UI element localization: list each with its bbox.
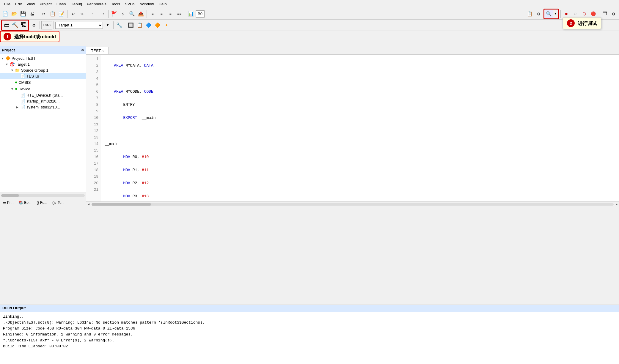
btn-t2-7[interactable]: 🔷 (144, 21, 153, 29)
code-editor[interactable]: 1 2 3 4 5 6 7 8 9 10 11 12 13 14 15 16 1… (86, 55, 619, 201)
tree-startup[interactable]: 📄 startup_stm32f10... (0, 98, 86, 104)
badge-1: 1 (4, 33, 11, 40)
tab-templates-label: Te... (58, 201, 65, 205)
folder-icon: 📁 (15, 68, 20, 73)
line-13: 13 (86, 134, 101, 141)
btn-nav-back[interactable]: ← (89, 10, 98, 18)
menu-svcs[interactable]: SVCS (122, 1, 138, 7)
btn-t2-9[interactable]: 🔸 (162, 21, 171, 29)
btn-chart[interactable]: 📊 (187, 10, 195, 18)
kw-mov-8: MOV (123, 155, 130, 159)
btn-save[interactable]: 💾 (19, 10, 27, 18)
btn-t2-4[interactable]: 🔧 (115, 21, 123, 29)
btn-debug-stop[interactable]: ● (562, 10, 571, 18)
b0-field[interactable]: B0 (196, 10, 205, 18)
btn-right2[interactable]: ⚙ (535, 10, 543, 18)
btn-t2-5[interactable]: 🔲 (127, 21, 135, 29)
system-file-icon: 📄 (20, 105, 25, 109)
panel-close-icon[interactable]: ✕ (81, 48, 84, 52)
btn-cut[interactable]: ✂ (40, 10, 48, 18)
tab-project[interactable]: 🗃 Pr... (0, 198, 16, 207)
scroll-left-btn[interactable]: ◄ (86, 203, 91, 206)
tab-tests[interactable]: TEST.s (86, 47, 109, 54)
btn-layout[interactable]: 🗔 (601, 10, 609, 18)
menu-project[interactable]: Project (37, 1, 54, 7)
btn-flash[interactable]: ⚡ (119, 10, 127, 18)
tree-source-group1[interactable]: ▼ 📁 Source Group 1 (0, 67, 86, 73)
btn-debug-run[interactable]: ○ (571, 10, 579, 18)
tree-cmsis[interactable]: ♦ CMSIS (0, 79, 86, 86)
menu-edit[interactable]: Edit (13, 1, 24, 7)
btn-batch-build[interactable]: ⚙ (30, 21, 38, 29)
btn-settings-gear[interactable]: ⚙ (609, 10, 618, 18)
tab-functions-icon: {} (37, 201, 39, 205)
menu-peripherals[interactable]: Peripherals (84, 1, 109, 7)
btn-search-debug[interactable]: 🔍 (545, 10, 553, 18)
btn-nav-fwd[interactable]: → (98, 10, 107, 18)
btn-debug-pause[interactable]: ⬡ (580, 10, 588, 18)
separator2 (67, 10, 67, 18)
btn-align2[interactable]: ≡ (157, 10, 166, 18)
menu-tools[interactable]: Tools (109, 1, 122, 7)
val-10: #10 (142, 155, 149, 159)
tab-books[interactable]: 📚 Bo... (16, 198, 34, 207)
project-tree: ▼ 🔶 Project: TEST ▼ 🎯 Target 1 ▼ 📁 Sourc… (0, 54, 86, 193)
code-line-11: MOV R3, #13 (105, 193, 615, 200)
editor-scrollbar-x[interactable]: ◄ ► (86, 201, 619, 207)
menu-window[interactable]: Window (138, 1, 156, 7)
btn-find[interactable]: 🔍 (128, 10, 136, 18)
btn-load[interactable]: LOAD (41, 21, 52, 29)
build-line-1: linking... (3, 314, 616, 320)
menu-debug[interactable]: Debug (68, 1, 84, 7)
btn-right1[interactable]: 📋 (526, 10, 534, 18)
code-content[interactable]: AREA MYDATA, DATA AREA MYCODE, CODE ENTR… (101, 55, 619, 201)
tree-test-s-label: TEST.s (26, 74, 39, 78)
btn-bookmark[interactable]: 🚩 (110, 10, 118, 18)
tree-system-label: system_stm32f10... (26, 105, 60, 109)
btn-align3[interactable]: ≡ (166, 10, 175, 18)
btn-copy[interactable]: 📋 (48, 10, 57, 18)
btn-t2-8[interactable]: 🔶 (153, 21, 162, 29)
code-line-4: ENTRY (105, 102, 615, 108)
menu-file[interactable]: File (2, 1, 13, 7)
tab-templates[interactable]: ()↓ Te... (50, 198, 67, 207)
tree-project-root[interactable]: ▼ 🔶 Project: TEST (0, 55, 86, 61)
code-line-1: AREA MYDATA, DATA (105, 62, 615, 69)
line-4: 4 (86, 75, 101, 82)
btn-rebuild[interactable]: 🏗 (19, 21, 28, 29)
btn-debug-record[interactable]: 🔴 (589, 10, 597, 18)
btn-search-dropdown[interactable]: ▼ (553, 10, 558, 18)
menu-flash[interactable]: Flash (54, 1, 68, 7)
btn-replace[interactable]: 📤 (137, 10, 145, 18)
tree-device[interactable]: ▼ ♦ Device (0, 86, 86, 92)
tree-target1[interactable]: ▼ 🎯 Target 1 (0, 61, 86, 67)
project-scrollbar-x[interactable] (0, 193, 86, 198)
menu-view[interactable]: View (24, 1, 37, 7)
tree-test-s[interactable]: 📄 TEST.s (0, 73, 86, 79)
tree-rte-device[interactable]: 📄 RTE_Device.h (Sta... (0, 92, 86, 98)
target-selector[interactable]: Target 1 (55, 22, 103, 29)
tab-functions[interactable]: {} Fu... (34, 198, 50, 207)
kw-area-2: AREA (114, 89, 123, 94)
btn-open[interactable]: 📂 (10, 10, 18, 18)
expand-target1: ▼ (5, 63, 9, 66)
btn-undo[interactable]: ↩ (69, 10, 77, 18)
btn-project-window[interactable]: 🗃 (3, 21, 11, 29)
tree-system[interactable]: ▶ 📄 system_stm32f10... (0, 104, 86, 110)
line-6: 6 (86, 89, 101, 95)
toolbar-row2: 🗃 🔨 🏗 ⚙ LOAD Target 1 ▼ 🔧 🔲 📋 🔷 🔶 🔸 1 选择… (0, 20, 619, 31)
btn-save-all[interactable]: 🖨 (28, 10, 36, 18)
menu-help[interactable]: Help (156, 1, 169, 7)
scroll-thumb (92, 203, 151, 206)
btn-build[interactable]: 🔨 (11, 21, 19, 29)
btn-paste[interactable]: 📝 (57, 10, 66, 18)
btn-t2-6[interactable]: 📋 (136, 21, 144, 29)
btn-new-file[interactable]: 📄 (1, 10, 10, 18)
btn-align1[interactable]: ≡ (148, 10, 157, 18)
scroll-right-btn[interactable]: ► (614, 203, 619, 206)
code-line-2 (105, 75, 615, 82)
project-icon: 🔶 (5, 56, 10, 61)
btn-align4[interactable]: ≡≡ (175, 10, 183, 18)
btn-target-dropdown[interactable]: ▼ (103, 21, 112, 29)
btn-redo[interactable]: ↪ (78, 10, 86, 18)
